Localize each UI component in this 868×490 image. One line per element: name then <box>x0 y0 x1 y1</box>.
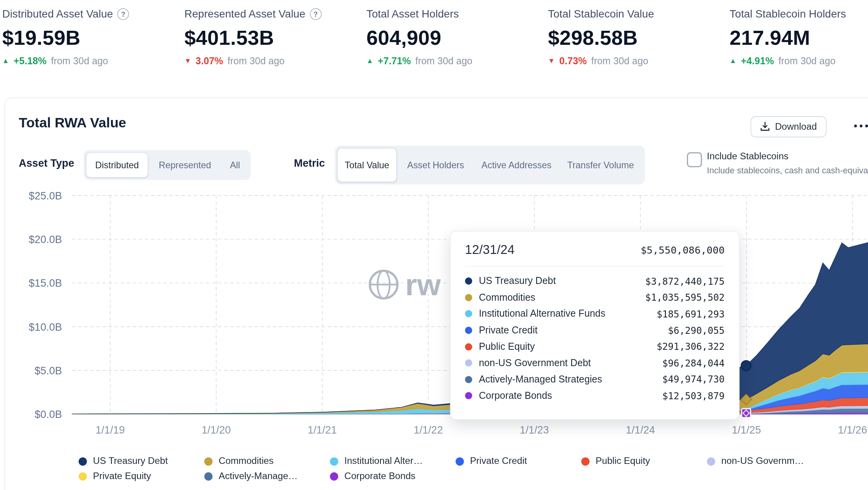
legend-item[interactable]: Private Equity <box>79 471 204 481</box>
more-options-icon[interactable] <box>854 125 868 127</box>
stat-label: Total Stablecoin Holders <box>730 8 846 21</box>
down-triangle-icon: ▼ <box>548 58 555 65</box>
series-color-dot <box>465 327 472 334</box>
legend-item[interactable]: Private Credit <box>456 456 581 467</box>
globe-icon <box>368 268 400 300</box>
tooltip-date: 12/31/24 <box>465 243 514 257</box>
stat-value: $298.58B <box>548 26 721 50</box>
stat-label: Total Stablecoin Value <box>548 8 654 21</box>
include-stablecoins-label: Include Stablecoins <box>707 151 789 162</box>
stat-value: $401.53B <box>184 26 357 50</box>
tooltip-row: Institutional Alternative Funds$185,691,… <box>465 306 725 322</box>
metric-option-total-value[interactable]: Total Value <box>337 148 397 182</box>
svg-text:$20.0B: $20.0B <box>29 234 62 245</box>
metric-segmented-control: Total Value Asset Holders Active Address… <box>335 146 645 185</box>
legend-item[interactable]: Institutional Alter… <box>330 456 456 467</box>
tooltip-total: $5,550,086,000 <box>641 244 725 256</box>
card-title: Total RWA Value <box>19 115 126 130</box>
metric-option-active-addresses[interactable]: Active Addresses <box>474 148 558 182</box>
svg-text:1/1/19: 1/1/19 <box>95 424 125 436</box>
download-button[interactable]: Download <box>751 116 826 137</box>
rwa-watermark: rw <box>368 268 441 300</box>
stat-total-asset-holders: Total Asset Holders 604,909 ▲ +7.71% fro… <box>366 8 539 67</box>
asset-type-segmented-control: Distributed Represented All <box>84 150 251 180</box>
stat-label: Total Asset Holders <box>366 8 459 21</box>
stat-distributed-asset-value: Distributed Asset Value ? $19.59B ▲ +5.1… <box>2 8 175 67</box>
series-color-dot <box>79 472 87 480</box>
stat-change: ▲ +5.18% from 30d ago <box>2 55 175 67</box>
stat-change-pct: 3.07% <box>195 55 223 67</box>
stat-change-pct: +5.18% <box>14 55 47 67</box>
stat-label: Distributed Asset Value <box>2 8 113 21</box>
legend-item[interactable]: US Treasury Debt <box>79 456 204 467</box>
metric-option-transfer-volume[interactable]: Transfer Volume <box>558 148 643 182</box>
stat-value: $19.59B <box>2 26 175 50</box>
tooltip-row: Commodities$1,035,595,502 <box>465 289 725 306</box>
tooltip-row: non-US Government Debt$96,284,044 <box>465 355 725 371</box>
series-color-dot <box>330 472 338 480</box>
series-color-dot <box>707 457 715 465</box>
asset-type-option-represented[interactable]: Represented <box>148 152 222 178</box>
svg-text:1/1/26: 1/1/26 <box>838 424 867 436</box>
legend-item[interactable]: Public Equity <box>581 456 707 467</box>
series-color-dot <box>465 360 472 367</box>
series-color-dot <box>204 457 213 465</box>
info-icon[interactable]: ? <box>118 8 129 20</box>
stat-change: ▼ 3.07% from 30d ago <box>184 55 357 67</box>
stat-change-pct: +4.91% <box>741 55 774 67</box>
stat-represented-asset-value: Represented Asset Value ? $401.53B ▼ 3.0… <box>184 8 357 67</box>
series-color-dot <box>79 457 87 465</box>
svg-text:$15.0B: $15.0B <box>29 277 62 289</box>
stat-change: ▼ 0.73% from 30d ago <box>548 55 721 67</box>
series-color-dot <box>465 310 472 317</box>
stat-total-stablecoin-holders: Total Stablecoin Holders 217.94M ▲ +4.91… <box>730 8 868 67</box>
legend-item[interactable]: Actively-Manage… <box>204 471 330 481</box>
svg-text:1/1/22: 1/1/22 <box>414 424 443 436</box>
stat-change-pct: +7.71% <box>378 55 411 67</box>
svg-text:1/1/25: 1/1/25 <box>732 424 761 436</box>
tooltip-row: Public Equity$291,306,322 <box>465 338 725 355</box>
metric-option-asset-holders[interactable]: Asset Holders <box>397 148 474 182</box>
up-triangle-icon: ▲ <box>2 58 9 65</box>
stat-value: 217.94M <box>730 26 868 50</box>
series-color-dot <box>465 376 472 383</box>
legend-item[interactable]: Corporate Bonds <box>330 471 456 481</box>
svg-text:$5.0B: $5.0B <box>35 365 62 377</box>
series-color-dot <box>581 457 590 465</box>
svg-text:1/1/20: 1/1/20 <box>202 424 231 436</box>
asset-type-option-all[interactable]: All <box>222 152 248 178</box>
stat-change: ▲ +7.71% from 30d ago <box>366 55 539 67</box>
stat-change-suffix: from 30d ago <box>51 55 108 67</box>
svg-text:1/1/24: 1/1/24 <box>626 424 655 436</box>
asset-type-label: Asset Type <box>19 157 74 169</box>
svg-text:$10.0B: $10.0B <box>29 321 62 333</box>
include-stablecoins-checkbox[interactable] <box>687 152 702 167</box>
series-color-dot <box>204 472 213 480</box>
series-color-dot <box>465 294 472 301</box>
series-color-dot <box>330 457 338 465</box>
chart-tooltip: 12/31/24 $5,550,086,000 US Treasury Debt… <box>450 231 739 420</box>
legend-item[interactable]: Commodities <box>204 456 330 467</box>
legend-item[interactable]: non-US Governm… <box>707 456 833 467</box>
tooltip-row: Corporate Bonds$12,503,879 <box>465 388 725 404</box>
stat-change: ▲ +4.91% from 30d ago <box>730 55 868 67</box>
svg-text:$25.0B: $25.0B <box>29 190 62 202</box>
svg-text:1/1/23: 1/1/23 <box>520 424 549 436</box>
tooltip-row: US Treasury Debt$3,872,440,175 <box>465 273 725 289</box>
watermark-text: rw <box>405 270 441 300</box>
download-icon <box>760 122 770 132</box>
svg-text:1/1/21: 1/1/21 <box>308 424 337 436</box>
stat-change-suffix: from 30d ago <box>227 55 285 67</box>
include-stablecoins-sublabel: Include stablecoins, cash and cash-equiv… <box>707 166 868 176</box>
asset-type-option-distributed[interactable]: Distributed <box>86 152 148 178</box>
stat-change-pct: 0.73% <box>559 55 587 67</box>
series-color-dot <box>465 343 472 350</box>
info-icon[interactable]: ? <box>310 8 322 20</box>
stat-change-suffix: from 30d ago <box>591 55 648 67</box>
tooltip-row: Actively-Managed Strategies$49,974,730 <box>465 371 725 388</box>
stat-change-suffix: from 30d ago <box>778 55 836 67</box>
page: Distributed Asset Value ? $19.59B ▲ +5.1… <box>0 0 868 490</box>
stat-total-stablecoin-value: Total Stablecoin Value $298.58B ▼ 0.73% … <box>548 8 721 67</box>
series-color-dot <box>456 457 464 465</box>
metric-label: Metric <box>294 157 325 169</box>
